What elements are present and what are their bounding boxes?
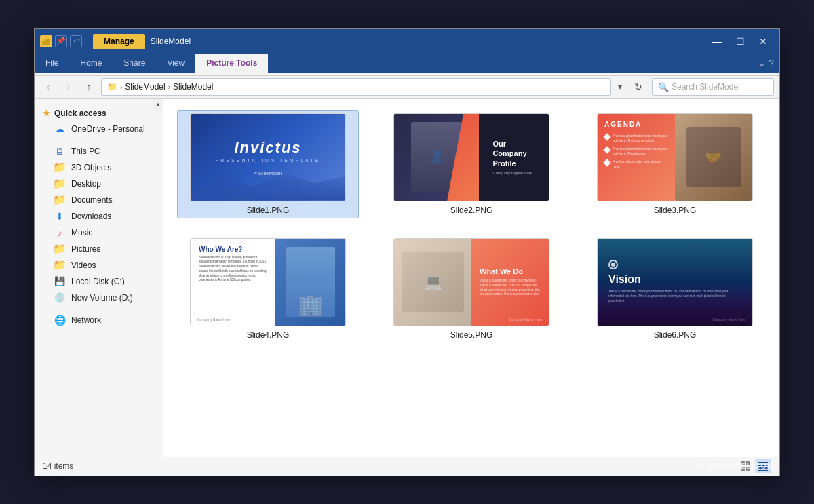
slide4-preview: Who We Are? SlideModel.com is a top lead… bbox=[191, 239, 345, 326]
thispc-label: This PC bbox=[71, 147, 100, 156]
star-icon: ★ bbox=[43, 109, 50, 118]
file-item-slide1[interactable]: Invictus PRESENTATION TEMPLATE ≡ SlideMo… bbox=[177, 110, 359, 218]
help-button[interactable]: ? bbox=[769, 58, 774, 69]
file-name-slide4: Slide4.PNG bbox=[247, 330, 290, 340]
slide4-building: 🏢 bbox=[286, 247, 335, 316]
addressbar: ‹ › ↑ 📁 › SlideModel › SlideModel ▾ ↻ 🔍 … bbox=[35, 76, 779, 99]
item-label: Desktop bbox=[71, 179, 101, 189]
slide4-thumb: Who We Are? SlideModel.com is a top lead… bbox=[190, 238, 346, 326]
titlebar-icons: 📌 ↩ bbox=[40, 35, 82, 47]
close-button[interactable]: ✕ bbox=[752, 32, 774, 51]
window-controls: — ☐ ✕ bbox=[706, 32, 774, 51]
search-placeholder: Search SlideModel bbox=[672, 82, 740, 92]
slide1-sub: PRESENTATION TEMPLATE bbox=[216, 158, 321, 163]
file-item-slide2[interactable]: 👤 OurCompanyProfile Company tagline here… bbox=[381, 110, 562, 218]
sidebar: ▲ ★ Quick access ☁ OneDrive - Personal 🖥… bbox=[35, 99, 163, 457]
sidebar-item-thispc[interactable]: 🖥 This PC bbox=[35, 143, 163, 159]
ribbon-content bbox=[35, 73, 779, 75]
slide5-left: 💻 bbox=[394, 239, 471, 326]
file-item-slide5[interactable]: 💻 What We Do This is a placeholder, inse… bbox=[381, 235, 562, 343]
quicklaunch-folder-icon[interactable] bbox=[40, 35, 52, 47]
slide4-text: SlideModel.com is a top leading provider… bbox=[199, 256, 267, 284]
titlebar: 📌 ↩ Manage SlideModel — ☐ ✕ bbox=[35, 29, 779, 54]
ribbon-collapse-button[interactable]: ⌄ bbox=[757, 56, 766, 69]
sidebar-item-volume-d[interactable]: 💿 New Volume (D:) bbox=[35, 290, 163, 306]
slide6-eye-icon bbox=[608, 260, 618, 269]
tab-home[interactable]: Home bbox=[69, 54, 113, 73]
ribbon: File Home Share View Picture Tools ⌄ ? bbox=[35, 54, 779, 76]
sidebar-item-3dobjects[interactable]: 📁 3D Objects bbox=[35, 159, 163, 176]
file-item-slide3[interactable]: AGENDA This is a placeholder text, inser… bbox=[584, 110, 766, 218]
slide6-thumb: Vision This is a placeholder, insert you… bbox=[597, 238, 753, 326]
sidebar-item-music[interactable]: ♪ Music bbox=[35, 225, 163, 241]
search-box[interactable]: 🔍 Search SlideModel bbox=[652, 78, 774, 96]
tab-view[interactable]: View bbox=[156, 54, 195, 73]
item-label: Documents bbox=[71, 195, 113, 205]
network-icon: 🌐 bbox=[54, 314, 66, 326]
item-label: Downloads bbox=[71, 212, 111, 221]
slide3-text2: This is a placeholder text, insert your … bbox=[613, 147, 668, 156]
slide3-right: 🤝 bbox=[675, 114, 752, 201]
file-name-slide3: Slide3.PNG bbox=[654, 206, 697, 215]
pin-icon[interactable]: 📌 bbox=[55, 35, 67, 47]
minimize-button[interactable]: — bbox=[706, 32, 728, 51]
sidebar-item-downloads[interactable]: ⬇ Downloads bbox=[35, 208, 163, 225]
sidebar-divider-1 bbox=[43, 140, 155, 140]
undo-icon[interactable]: ↩ bbox=[70, 35, 82, 47]
slide1-logo: ≡ SlideModel bbox=[254, 171, 282, 176]
forward-button[interactable]: › bbox=[60, 79, 77, 95]
tab-file[interactable]: File bbox=[35, 54, 69, 73]
back-button[interactable]: ‹ bbox=[40, 79, 56, 95]
manage-tab[interactable]: Manage bbox=[93, 34, 145, 49]
scroll-up-arrow[interactable]: ▲ bbox=[153, 99, 163, 111]
slide4-right: 🏢 bbox=[275, 239, 345, 326]
slide1-preview: Invictus PRESENTATION TEMPLATE ≡ SlideMo… bbox=[191, 114, 345, 201]
sidebar-item-onedrive[interactable]: ☁ OneDrive - Personal bbox=[35, 121, 163, 137]
slide3-diamond2 bbox=[603, 146, 610, 153]
sidebar-item-localc[interactable]: 💾 Local Disk (C:) bbox=[35, 273, 163, 290]
up-button[interactable]: ↑ bbox=[81, 79, 97, 95]
slide5-photo: 💻 bbox=[394, 239, 471, 326]
file-grid: Invictus PRESENTATION TEMPLATE ≡ SlideMo… bbox=[177, 110, 766, 343]
slide4-left: Who We Are? SlideModel.com is a top lead… bbox=[191, 239, 275, 326]
file-name-slide5: Slide5.PNG bbox=[450, 330, 493, 340]
slide6-preview: Vision This is a placeholder, insert you… bbox=[598, 239, 752, 326]
file-name-slide2: Slide2.PNG bbox=[450, 206, 493, 215]
address-box[interactable]: 📁 › SlideModel › SlideModel bbox=[101, 78, 611, 96]
tab-picture-tools[interactable]: Picture Tools bbox=[195, 54, 268, 73]
file-name-slide1: Slide1.PNG bbox=[247, 206, 290, 215]
maximize-button[interactable]: ☐ bbox=[729, 32, 751, 51]
slide2-thumb: 👤 OurCompanyProfile Company tagline here bbox=[393, 113, 549, 201]
slide2-left: 👤 bbox=[394, 114, 479, 201]
main-area: ▲ ★ Quick access ☁ OneDrive - Personal 🖥… bbox=[35, 99, 779, 457]
slide3-item1: This is a placeholder text, insert your … bbox=[604, 134, 668, 143]
file-item-slide6[interactable]: Vision This is a placeholder, insert you… bbox=[584, 235, 766, 343]
refresh-button[interactable]: ↻ bbox=[629, 78, 648, 96]
address-dropdown-button[interactable]: ▾ bbox=[615, 82, 625, 92]
slide3-item2: This is a placeholder text, insert your … bbox=[604, 147, 668, 156]
svg-rect-9 bbox=[758, 470, 768, 471]
slide1-thumb: Invictus PRESENTATION TEMPLATE ≡ SlideMo… bbox=[190, 113, 346, 201]
watermark: SLIDEMODEL.COM bbox=[696, 462, 774, 470]
tab-share[interactable]: Share bbox=[113, 54, 156, 73]
sidebar-item-documents[interactable]: 📁 Documents bbox=[35, 192, 163, 208]
slide3-item3: Another placeholder text section here. bbox=[604, 159, 668, 169]
svg-rect-1 bbox=[42, 39, 45, 41]
slide5-footer: Company Name Here bbox=[509, 317, 542, 322]
folder-icon: 📁 bbox=[54, 194, 66, 206]
sidebar-divider-2 bbox=[43, 309, 155, 309]
slide3-diamond1 bbox=[603, 133, 610, 140]
file-item-slide4[interactable]: Who We Are? SlideModel.com is a top lead… bbox=[177, 235, 359, 343]
sidebar-item-pictures[interactable]: 📁 Pictures bbox=[35, 241, 163, 257]
slide5-preview: 💻 What We Do This is a placeholder, inse… bbox=[394, 239, 549, 326]
item-label: Local Disk (C:) bbox=[71, 277, 125, 286]
slide5-title: What We Do bbox=[480, 267, 541, 276]
slide3-left: AGENDA This is a placeholder text, inser… bbox=[598, 114, 675, 201]
address-folder-icon: 📁 bbox=[107, 82, 117, 92]
sidebar-item-network[interactable]: 🌐 Network bbox=[35, 312, 163, 328]
sidebar-item-desktop[interactable]: 📁 Desktop bbox=[35, 176, 163, 192]
sidebar-item-videos[interactable]: 📁 Videos bbox=[35, 257, 163, 273]
titlebar-tabs: Manage bbox=[93, 34, 145, 49]
slide6-title: Vision bbox=[608, 273, 741, 286]
item-label: Videos bbox=[71, 260, 96, 270]
